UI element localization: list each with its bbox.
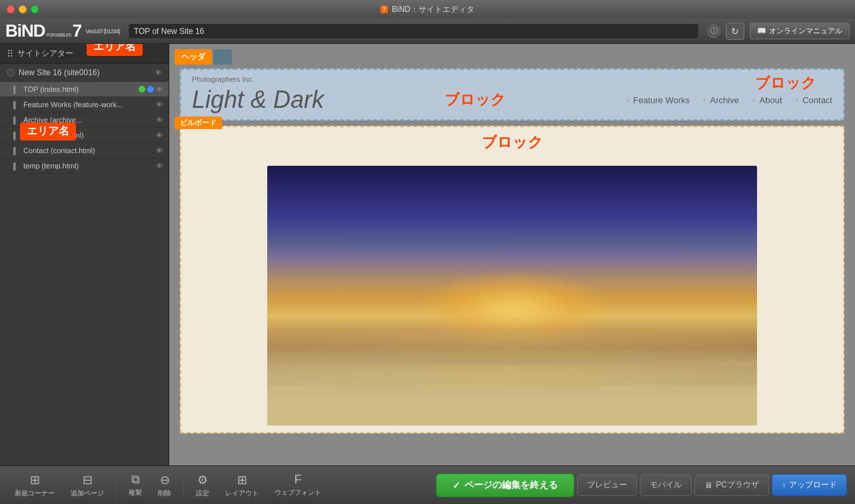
second-tab[interactable] (213, 49, 232, 65)
header-nav: Feature Works Archive About Contact (626, 95, 832, 105)
nav-archive[interactable]: Archive (703, 95, 739, 105)
layout-icon: ⊞ (237, 473, 247, 487)
page-badges: 👁 (139, 85, 163, 93)
billboard-tag[interactable]: ビルボード (175, 117, 222, 129)
duplicate-icon: ⧉ (131, 473, 140, 487)
sidebar-icon: ⠿ (7, 49, 13, 59)
add-page-icon: ⊟ (83, 473, 93, 487)
page-item-feature[interactable]: ▌ Feature Works (feature-work... 👁 (0, 97, 169, 113)
billboard-inner (181, 152, 843, 432)
layout-button[interactable]: ⊞ レイアウト (219, 470, 265, 501)
page-icon-5: ▌ (13, 147, 18, 154)
hero-image (267, 166, 757, 425)
version-number: Ver.6.87 (b1234) (85, 28, 120, 35)
nav-contact[interactable]: Contact (796, 95, 832, 105)
eye-icon-contact[interactable]: 👁 (156, 146, 163, 154)
page-item-archive[interactable]: ▌ Archive (archive... 👁 エリア名 (0, 113, 169, 128)
finish-edit-button[interactable]: ✓ ページの編集を終える (436, 473, 574, 497)
webfont-icon: F (295, 473, 302, 487)
main-toolbar: BiND FOR WEBLIFE 7 Ver.6.87 (b1234) TOP … (0, 19, 855, 44)
app-icon: 7 (381, 5, 388, 13)
eye-icon-top[interactable]: 👁 (156, 85, 163, 93)
minimize-button[interactable] (19, 5, 27, 13)
new-corner-button[interactable]: ⊞ 新規コーナー (8, 470, 61, 501)
page-icon-2: ▌ (13, 101, 18, 109)
upload-button[interactable]: ↑ アップロード (772, 474, 847, 496)
close-button[interactable] (7, 5, 15, 13)
header-inner: ブロック Photographers Inc. Light & Dark ブロッ… (181, 70, 843, 119)
maximize-button[interactable] (31, 5, 39, 13)
badge-green (139, 86, 145, 93)
header-tab[interactable]: ヘッダ (175, 49, 212, 65)
site-item[interactable]: New Site 16 (site0016) 👁 (0, 64, 169, 82)
eye-icon[interactable]: 👁 (155, 69, 162, 77)
billboard-section[interactable]: ブロック (180, 126, 844, 433)
header-section[interactable]: ブロック Photographers Inc. Light & Dark ブロッ… (180, 69, 844, 121)
page-icon-6: ▌ (13, 162, 18, 170)
online-manual-button[interactable]: 📖 オンラインマニュアル (750, 23, 850, 39)
area-name-label-2: エリア名 (20, 123, 76, 140)
eye-icon-archive[interactable]: 👁 (156, 116, 163, 124)
path-display: TOP of New Site 16 (128, 23, 699, 39)
window-controls (7, 5, 39, 13)
separator-2 (183, 472, 184, 499)
area-name-label-1: エリア名 (87, 44, 143, 56)
window-title: 7 BiND：サイトエディタ (381, 4, 474, 15)
bottom-toolbar: ⊞ 新規コーナー ⊟ 追加ページ ⧉ 複製 ⊖ 削除 ⚙ 設定 ⊞ レイアウト … (0, 465, 855, 504)
refresh-button[interactable]: ↻ (726, 23, 744, 40)
delete-button[interactable]: ⊖ 削除 (151, 470, 178, 501)
site-logo: Light & Dark (192, 86, 324, 114)
sky-clouds (267, 292, 757, 425)
preview-button[interactable]: プレビュー (577, 474, 637, 496)
pc-browser-button[interactable]: 🖥 PCブラウザ (694, 474, 769, 496)
webfont-button[interactable]: F ウェブフォント (268, 470, 328, 500)
delete-icon: ⊖ (160, 473, 170, 487)
settings-icon: ⚙ (197, 473, 208, 487)
main-content: ⠿ サイトシアター エリア名 New Site 16 (site0016) 👁 … (0, 44, 855, 465)
block-label-3: ブロック (482, 134, 543, 150)
editor-area[interactable]: ヘッダ ブロック Photographers Inc. Light & Dark (169, 44, 855, 465)
page-item-temp[interactable]: ▌ temp (temp.html) 👁 (0, 158, 169, 174)
page-icon: ▌ (13, 86, 18, 93)
billboard-section-wrapper: ビルボード ブロック (175, 126, 850, 433)
book-icon: 📖 (757, 27, 766, 35)
upload-icon: ↑ (782, 481, 786, 490)
checkmark-icon: ✓ (452, 480, 460, 491)
nav-about[interactable]: About (752, 95, 782, 105)
title-bar: 7 BiND：サイトエディタ (0, 0, 855, 19)
sidebar: ⠿ サイトシアター エリア名 New Site 16 (site0016) 👁 … (0, 44, 169, 465)
page-icon-3: ▌ (13, 117, 18, 124)
settings-button[interactable]: ⚙ 設定 (189, 470, 216, 501)
page-icon-4: ▌ (13, 132, 18, 139)
header-section-wrapper: ヘッダ ブロック Photographers Inc. Light & Dark (175, 49, 850, 121)
badge-blue (147, 86, 154, 93)
header-top-row: Photographers Inc. (192, 75, 832, 83)
duplicate-button[interactable]: ⧉ 複製 (122, 470, 149, 500)
eye-icon-feature[interactable]: 👁 (156, 101, 163, 109)
nav-feature-works[interactable]: Feature Works (626, 95, 690, 105)
block-label-2: ブロック (444, 90, 506, 110)
app-logo: BiND FOR WEBLIFE 7 Ver.6.87 (b1234) (5, 21, 120, 41)
add-page-button[interactable]: ⊟ 追加ページ (64, 470, 111, 501)
for-weblife-text: FOR WEBLIFE (47, 33, 71, 37)
eye-icon-temp[interactable]: 👁 (156, 162, 163, 170)
separator-1 (116, 472, 117, 499)
eye-icon-about[interactable]: 👁 (156, 131, 163, 139)
monitor-icon: 🖥 (704, 481, 712, 490)
site-bullet (7, 69, 15, 77)
new-corner-icon: ⊞ (30, 473, 40, 487)
header-main-row: Light & Dark ブロック Feature Works Archive … (192, 86, 832, 114)
info-button[interactable]: ⓘ (707, 25, 720, 38)
sidebar-header: ⠿ サイトシアター エリア名 (0, 44, 169, 64)
area-tabs: ヘッダ (175, 49, 850, 65)
mobile-button[interactable]: モバイル (640, 474, 692, 496)
page-item-top[interactable]: ▌ TOP (index.html) 👁 (0, 82, 169, 97)
page-item-contact[interactable]: ▌ Contact (contact.html) 👁 (0, 143, 169, 158)
